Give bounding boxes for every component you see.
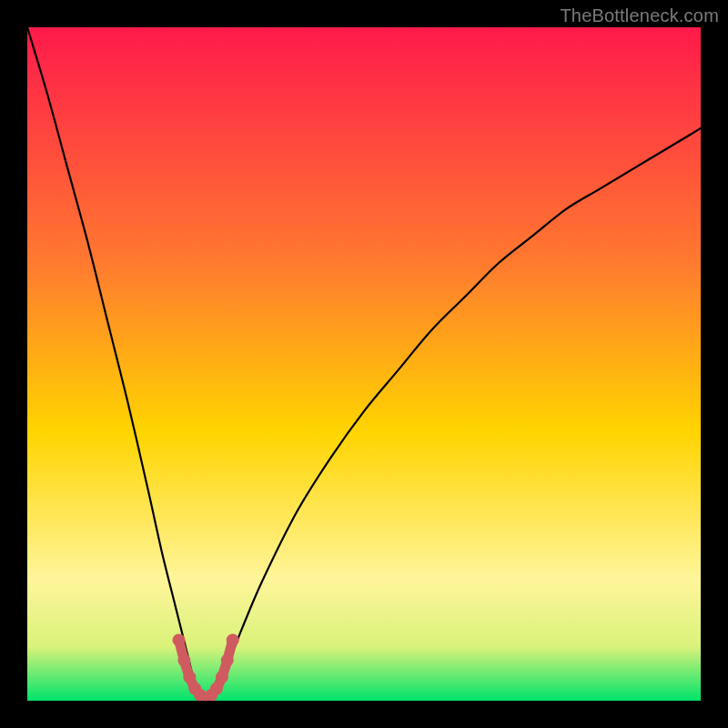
bottleneck-chart (27, 27, 701, 701)
minimum-marker-dot (221, 654, 234, 667)
minimum-marker-dot (210, 682, 223, 695)
minimum-marker-dot (227, 633, 239, 646)
minimum-marker-dot (173, 633, 186, 646)
chart-frame: TheBottleneck.com (0, 0, 728, 728)
minimum-marker-dot (177, 654, 190, 667)
plot-area (27, 27, 701, 701)
watermark-text: TheBottleneck.com (560, 5, 719, 26)
minimum-marker-dot (216, 671, 228, 683)
minimum-marker-dot (183, 671, 196, 683)
gradient-background (27, 27, 701, 701)
